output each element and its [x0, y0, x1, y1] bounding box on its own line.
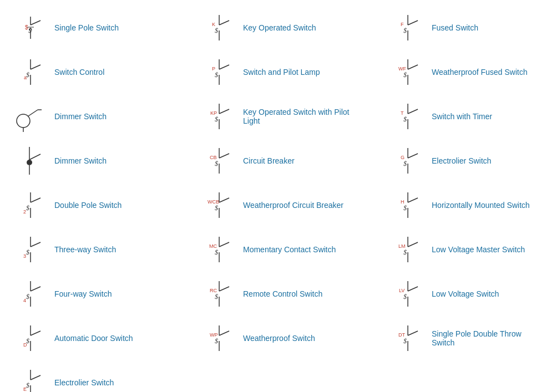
item-label: Remote Control Switch — [243, 289, 322, 298]
svg-text:$: $ — [215, 115, 218, 123]
list-item: $ T Switch with Timer — [383, 94, 550, 139]
svg-line-60 — [219, 154, 229, 158]
svg-line-65 — [219, 198, 229, 202]
svg-line-95 — [408, 109, 418, 114]
symbol-three-way: $ 3 — [11, 236, 50, 263]
list-item: $ WF Weatherproof Fused Switch — [383, 50, 550, 94]
svg-line-12 — [28, 110, 38, 116]
symbol-weatherproof: $ WP — [200, 324, 239, 352]
list-item: $ LM Low Voltage Master Switch — [383, 227, 550, 272]
item-label: Switch and Pilot Lamp — [243, 68, 320, 77]
item-label: Weatherproof Fused Switch — [432, 68, 528, 77]
svg-line-45 — [219, 21, 229, 25]
svg-text:WCB: WCB — [208, 199, 219, 205]
list-item: $ G Electrolier Switch — [383, 139, 550, 183]
list-item: $ DT Single Pole Double Throw Switch — [383, 316, 550, 360]
symbol-electrolier-g: $ G — [388, 147, 427, 175]
symbol-single-pole-dt: $ DT — [388, 324, 427, 352]
list-item: $ D Automatic Door Switch — [6, 316, 183, 360]
symbol-key-operated: $ K — [200, 14, 239, 42]
symbol-double-pole: $ 2 — [11, 191, 50, 219]
svg-line-105 — [408, 198, 418, 202]
svg-line-100 — [408, 154, 418, 158]
symbol-key-pilot: $ KP — [200, 103, 239, 130]
svg-text:$: $ — [215, 71, 218, 79]
svg-line-50 — [219, 65, 229, 69]
symbol-dimmer-dot — [11, 147, 50, 175]
list-item: $ 2 Double Pole Switch — [6, 183, 183, 227]
item-label: Fused Switch — [432, 23, 478, 32]
svg-line-115 — [408, 287, 418, 291]
symbol-single-pole: $ $ — [11, 14, 50, 42]
svg-line-30 — [31, 287, 41, 291]
item-label: Low Voltage Switch — [432, 289, 499, 298]
list-item: $ WCB Weatherproof Circuit Breaker — [194, 183, 372, 227]
svg-text:MC: MC — [209, 243, 217, 249]
item-label: Four-way Switch — [54, 289, 112, 298]
svg-text:WP: WP — [210, 332, 218, 338]
item-label: Single Pole Switch — [54, 23, 119, 32]
symbol-switch-control: $ a — [11, 58, 50, 86]
symbol-circuit-breaker: $ CB — [200, 147, 239, 175]
symbol-remote: $ RC — [200, 280, 239, 308]
svg-text:$: $ — [215, 204, 218, 212]
svg-text:$: $ — [215, 293, 218, 301]
svg-text:CB: CB — [210, 155, 217, 160]
symbol-switch-pilot: $ P — [200, 58, 239, 86]
column-3: $ F Fused Switch $ WF Weatherproof Fused… — [377, 6, 556, 392]
svg-text:$: $ — [403, 204, 407, 212]
item-label: Electrolier Switch — [54, 378, 114, 387]
list-item: $ LV Low Voltage Switch — [383, 272, 550, 316]
svg-line-35 — [31, 331, 41, 335]
svg-text:$: $ — [403, 160, 407, 167]
svg-text:$: $ — [26, 248, 29, 256]
svg-line-55 — [219, 109, 229, 114]
list-item: $ K Key Operated Switch — [194, 6, 372, 50]
svg-text:$: $ — [26, 204, 29, 212]
list-item: $ 3 Three-way Switch — [6, 227, 183, 272]
svg-text:$: $ — [403, 248, 407, 256]
svg-text:G: G — [401, 155, 405, 160]
svg-text:$: $ — [403, 337, 407, 345]
svg-text:3: 3 — [23, 253, 26, 259]
svg-text:$: $ — [403, 115, 407, 123]
svg-line-1 — [31, 21, 41, 25]
item-label: Circuit Breaker — [243, 156, 295, 165]
item-label: Momentary Contact Switch — [243, 245, 336, 254]
list-item: Dimmer Switch — [6, 94, 183, 139]
svg-line-25 — [31, 242, 41, 247]
svg-text:$: $ — [215, 248, 218, 256]
item-label: Three-way Switch — [54, 245, 116, 254]
item-label: Single Pole Double Throw Switch — [432, 329, 545, 347]
svg-text:WF: WF — [398, 66, 406, 72]
item-label: Dimmer Switch — [54, 112, 107, 121]
list-item: $ E Electrolier Switch — [6, 360, 183, 392]
item-label: Horizontally Mounted Switch — [432, 201, 530, 210]
item-label: Switch with Timer — [432, 112, 492, 121]
symbol-timer: $ T — [388, 103, 427, 130]
list-item: $ RC Remote Control Switch — [194, 272, 372, 316]
svg-point-15 — [27, 160, 32, 165]
symbol-wp-circuit: $ WCB — [200, 191, 239, 219]
svg-line-110 — [408, 242, 418, 247]
svg-line-120 — [408, 331, 418, 335]
svg-line-7 — [31, 65, 41, 69]
svg-text:E: E — [23, 386, 27, 392]
list-item: $ $ Single Pole Switch — [6, 6, 183, 50]
item-label: Key Operated Switch with Pilot Light — [243, 108, 366, 125]
symbol-horiz-mounted: $ H — [388, 191, 427, 219]
svg-text:LV: LV — [399, 288, 405, 293]
item-label: Weatherproof Circuit Breaker — [243, 201, 343, 210]
item-label: Key Operated Switch — [243, 23, 316, 32]
svg-text:DT: DT — [398, 332, 405, 338]
svg-text:P: P — [212, 66, 215, 72]
symbol-electrolier-e: $ E — [11, 369, 50, 392]
svg-text:K: K — [212, 22, 215, 27]
column-2: $ K Key Operated Switch $ P Switch and P… — [189, 6, 377, 392]
svg-text:$: $ — [403, 71, 407, 79]
svg-text:$: $ — [215, 160, 218, 167]
symbol-auto-door: $ D — [11, 324, 50, 352]
symbol-lv-switch: $ LV — [388, 280, 427, 308]
svg-text:a: a — [24, 75, 27, 80]
list-item: Dimmer Switch — [6, 139, 183, 183]
